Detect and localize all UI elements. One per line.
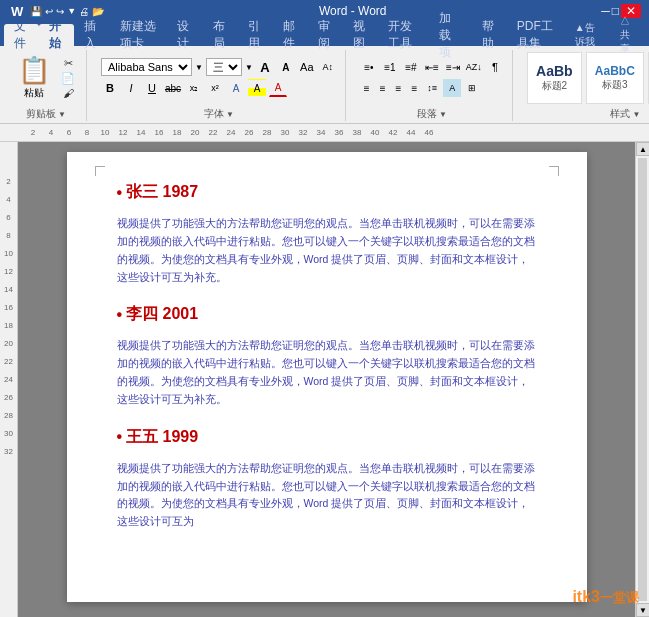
ruler-mark: 14 <box>132 128 150 137</box>
align-center-button[interactable]: ≡ <box>376 81 390 96</box>
paste-button[interactable]: 📋 粘贴 <box>14 53 54 102</box>
tab-view[interactable]: 视图 <box>343 24 378 46</box>
ruler-mark: 20 <box>186 128 204 137</box>
v-mark: 18 <box>4 316 13 334</box>
main-layout: 2 4 6 8 10 12 14 16 18 20 22 24 26 28 30… <box>0 142 649 617</box>
paragraph-3[interactable]: 视频提供了功能强大的方法帮助您证明您的观点。当您单击联机视频时，可以在需要添加的… <box>117 460 537 531</box>
ribbon-tabs: 文件 开始 插入 新建选项卡 设计 布局 引用 邮件 审阅 视图 开发工具 加载… <box>0 22 649 46</box>
para-expand-icon[interactable]: ▼ <box>439 110 447 119</box>
ruler-mark: 32 <box>294 128 312 137</box>
tab-help[interactable]: 帮助 <box>472 24 507 46</box>
tab-review[interactable]: 审阅 <box>308 24 343 46</box>
bullets-button[interactable]: ≡• <box>360 58 378 76</box>
ribbon-body: 📋 粘贴 ✂ 📄 🖌 剪贴板 ▼ Alibaba Sans ▼ <box>0 46 649 124</box>
bold-button[interactable]: B <box>101 79 119 97</box>
tab-mailings[interactable]: 邮件 <box>273 24 308 46</box>
align-left-button[interactable]: ≡ <box>360 81 374 96</box>
text-highlight-button[interactable]: A <box>248 79 266 97</box>
font-size-expand[interactable]: ▼ <box>245 63 253 72</box>
strikethrough-button[interactable]: abc <box>164 79 182 97</box>
tab-references[interactable]: 引用 <box>238 24 273 46</box>
styles-expand-icon[interactable]: ▼ <box>632 110 640 119</box>
scroll-down-button[interactable]: ▼ <box>636 603 649 617</box>
superscript-button[interactable]: x² <box>206 79 224 97</box>
format-painter-icon[interactable]: 🖌 <box>60 86 77 100</box>
numbering-button[interactable]: ≡1 <box>381 58 399 76</box>
document-page: 张三 1987 视频提供了功能强大的方法帮助您证明您的观点。当您单击联机视频时，… <box>67 152 587 602</box>
quick-access-toolbar: 💾 ↩ ↪ ▼ 🖨 📂 <box>30 6 104 17</box>
ruler-mark: 8 <box>78 128 96 137</box>
minimize-button[interactable]: ─ <box>601 4 610 18</box>
ruler-mark: 30 <box>276 128 294 137</box>
font-name-select[interactable]: Alibaba Sans <box>101 58 192 76</box>
ruler-mark: 34 <box>312 128 330 137</box>
ruler-mark: 38 <box>348 128 366 137</box>
style-card-3[interactable]: AaBbC 标题3 <box>586 52 644 104</box>
tab-share[interactable]: △共享 <box>610 24 649 46</box>
font-increase-button[interactable]: A <box>256 58 274 76</box>
tab-addins[interactable]: 加载项 <box>429 24 472 46</box>
paragraph-1[interactable]: 视频提供了功能强大的方法帮助您证明您的观点。当您单击联机视频时，可以在需要添加的… <box>117 215 537 286</box>
v-mark: 32 <box>4 442 13 460</box>
tab-design[interactable]: 设计 <box>167 24 202 46</box>
decrease-indent-button[interactable]: ⇤≡ <box>423 58 441 76</box>
clear-format-button[interactable]: Aa <box>298 58 316 76</box>
tab-layout[interactable]: 布局 <box>203 24 238 46</box>
clipboard-expand-icon[interactable]: ▼ <box>58 110 66 119</box>
align-right-button[interactable]: ≡ <box>392 81 406 96</box>
paragraph-content: ≡• ≡1 ≡# ⇤≡ ≡⇥ AZ↓ ¶ ≡ ≡ ≡ ≡ ↕≡ A ⊞ <box>360 50 504 105</box>
scroll-thumb[interactable] <box>638 158 647 601</box>
style-card-2[interactable]: AaBb 标题2 <box>527 52 582 104</box>
italic-button[interactable]: I <box>122 79 140 97</box>
undo-icon[interactable]: ↩ <box>45 6 53 17</box>
tab-insert[interactable]: 插入 <box>74 24 109 46</box>
multilevel-button[interactable]: ≡# <box>402 58 420 76</box>
font-decrease-button[interactable]: A <box>277 58 295 76</box>
justify-button[interactable]: ≡ <box>407 81 421 96</box>
maximize-button[interactable]: □ <box>612 4 619 18</box>
entry-2: 李四 2001 视频提供了功能强大的方法帮助您证明您的观点。当您单击联机视频时，… <box>117 304 537 408</box>
font-name-expand[interactable]: ▼ <box>195 63 203 72</box>
style-3-preview: AaBbC <box>595 64 635 78</box>
paragraph-label: 段落 ▼ <box>417 105 447 121</box>
heading-1[interactable]: 张三 1987 <box>117 182 537 203</box>
cut-icon[interactable]: ✂ <box>61 56 76 71</box>
paragraph-2[interactable]: 视频提供了功能强大的方法帮助您证明您的观点。当您单击联机视频时，可以在需要添加的… <box>117 337 537 408</box>
print-icon[interactable]: 🖨 <box>79 6 89 17</box>
scroll-up-button[interactable]: ▲ <box>636 142 649 156</box>
line-spacing-button[interactable]: ↕≡ <box>423 79 441 97</box>
increase-indent-button[interactable]: ≡⇥ <box>444 58 462 76</box>
tab-tellme[interactable]: ▲告诉我 <box>565 24 610 46</box>
heading-3[interactable]: 王五 1999 <box>117 427 537 448</box>
paste-label: 粘贴 <box>24 86 44 100</box>
tab-newtab[interactable]: 新建选项卡 <box>110 24 168 46</box>
tab-developer[interactable]: 开发工具 <box>378 24 428 46</box>
save-icon[interactable]: 💾 <box>30 6 42 17</box>
tab-file[interactable]: 文件 <box>4 24 39 46</box>
tab-home[interactable]: 开始 <box>39 24 74 46</box>
v-mark: 30 <box>4 424 13 442</box>
document-area[interactable]: 张三 1987 视频提供了功能强大的方法帮助您证明您的观点。当您单击联机视频时，… <box>18 142 635 617</box>
font-expand-icon[interactable]: ▼ <box>226 110 234 119</box>
heading-2[interactable]: 李四 2001 <box>117 304 537 325</box>
borders-button[interactable]: ⊞ <box>463 79 481 97</box>
copy-icon[interactable]: 📄 <box>58 71 78 86</box>
show-marks-button[interactable]: ¶ <box>486 58 504 76</box>
underline-button[interactable]: U <box>143 79 161 97</box>
open-icon[interactable]: 📂 <box>92 6 104 17</box>
shading-button[interactable]: A <box>443 79 461 97</box>
font-size-select[interactable]: 三号 <box>206 58 242 76</box>
format-buttons: ✂ 📄 🖌 <box>58 56 78 100</box>
font-color-button[interactable]: A <box>269 79 287 97</box>
tab-pdf[interactable]: PDF工具集 <box>507 24 565 46</box>
styles-content: AaBb 标题2 AaBbC 标题3 AaBbC 标题4 ▲ ▼ ⊞ <box>527 50 649 105</box>
redo-icon[interactable]: ↪ <box>56 6 64 17</box>
clipboard-group: 📋 粘贴 ✂ 📄 🖌 剪贴板 ▼ <box>6 50 87 121</box>
v-mark: 22 <box>4 352 13 370</box>
char-spacing-button[interactable]: A↕ <box>319 58 337 76</box>
subscript-button[interactable]: x₂ <box>185 79 203 97</box>
qa-extra[interactable]: ▼ <box>67 6 76 16</box>
text-effects-button[interactable]: A <box>227 79 245 97</box>
vertical-ruler: 2 4 6 8 10 12 14 16 18 20 22 24 26 28 30… <box>0 142 18 617</box>
sort-button[interactable]: AZ↓ <box>465 58 483 76</box>
